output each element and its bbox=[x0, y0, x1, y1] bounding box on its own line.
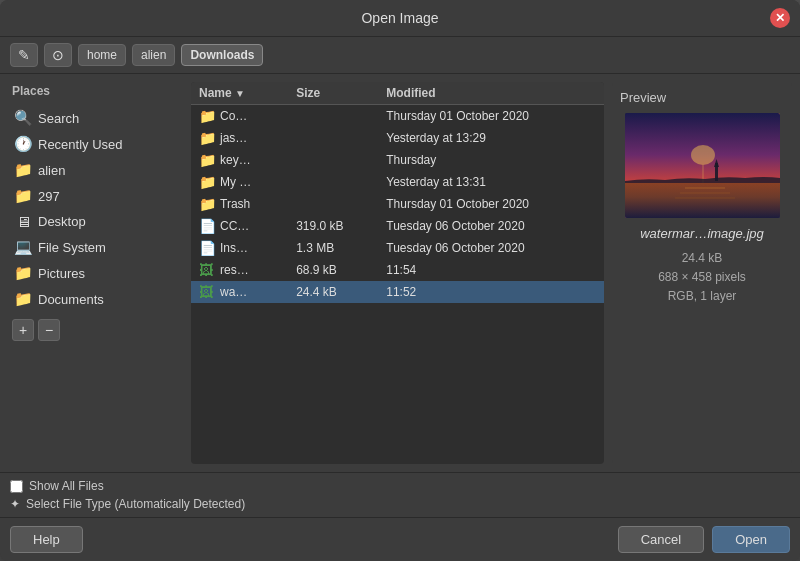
file-size bbox=[288, 149, 378, 171]
file-table[interactable]: Name ▼ Size Modified 📁 Co… Thursday 01 O… bbox=[191, 82, 604, 464]
show-all-files-checkbox[interactable] bbox=[10, 480, 23, 493]
file-size bbox=[288, 127, 378, 149]
sidebar-item-label: alien bbox=[38, 163, 65, 178]
sidebar-item-recently-used[interactable]: 🕐 Recently Used bbox=[8, 132, 183, 156]
search-icon: 🔍 bbox=[14, 109, 32, 127]
file-modified: 11:52 bbox=[378, 281, 604, 303]
bottom-bar: Show All Files ✦ Select File Type (Autom… bbox=[0, 472, 800, 517]
file-row-cc[interactable]: 📄 CC… 319.0 kB Tuesday 06 October 2020 bbox=[191, 215, 604, 237]
file-row-jas[interactable]: 📁 jas… Yesterday at 13:29 bbox=[191, 127, 604, 149]
folder-icon: 📁 bbox=[199, 174, 215, 190]
cancel-button[interactable]: Cancel bbox=[618, 526, 704, 553]
file-name: Trash bbox=[220, 197, 250, 211]
file-name: jas… bbox=[220, 131, 247, 145]
file-modified: Yesterday at 13:29 bbox=[378, 127, 604, 149]
file-modified: Thursday bbox=[378, 149, 604, 171]
img-icon: 🖼 bbox=[199, 262, 215, 278]
close-button[interactable]: ✕ bbox=[770, 8, 790, 28]
file-name: Co… bbox=[220, 109, 247, 123]
file-row-res[interactable]: 🖼 res… 68.9 kB 11:54 bbox=[191, 259, 604, 281]
show-all-files-label: Show All Files bbox=[29, 479, 104, 493]
select-file-type-row[interactable]: ✦ Select File Type (Automatically Detect… bbox=[10, 497, 790, 511]
column-size[interactable]: Size bbox=[288, 82, 378, 105]
sidebar-item-documents[interactable]: 📁 Documents bbox=[8, 287, 183, 311]
folder-icon: 📁 bbox=[199, 108, 215, 124]
dialog-title: Open Image bbox=[361, 10, 438, 26]
file-size bbox=[288, 105, 378, 128]
column-modified[interactable]: Modified bbox=[378, 82, 604, 105]
file-row-co[interactable]: 📁 Co… Thursday 01 October 2020 bbox=[191, 105, 604, 128]
folder-icon: 📁 bbox=[199, 196, 215, 212]
sidebar-item-search[interactable]: 🔍 Search bbox=[8, 106, 183, 130]
file-name-cell: 🖼 wa… bbox=[191, 281, 288, 303]
show-all-files-row[interactable]: Show All Files bbox=[10, 479, 790, 493]
sidebar-item-alien[interactable]: 📁 alien bbox=[8, 158, 183, 182]
desktop-icon: 🖥 bbox=[14, 213, 32, 230]
file-name-cell: 🖼 res… bbox=[191, 259, 288, 281]
sidebar-item-label: Pictures bbox=[38, 266, 85, 281]
sidebar-item-desktop[interactable]: 🖥 Desktop bbox=[8, 210, 183, 233]
file-row-trash[interactable]: 📁 Trash Thursday 01 October 2020 bbox=[191, 193, 604, 215]
sidebar-item-label: Desktop bbox=[38, 214, 86, 229]
file-name-cell: 📄 Ins… bbox=[191, 237, 288, 259]
sidebar-item-file-system[interactable]: 💻 File System bbox=[8, 235, 183, 259]
add-bookmark-button[interactable]: + bbox=[12, 319, 34, 341]
file-row-key[interactable]: 📁 key… Thursday bbox=[191, 149, 604, 171]
select-file-type-label: Select File Type (Automatically Detected… bbox=[26, 497, 245, 511]
sidebar-item-297[interactable]: 📁 297 bbox=[8, 184, 183, 208]
file-modified: Yesterday at 13:31 bbox=[378, 171, 604, 193]
toolbar: ✎ ⊙ home alien Downloads bbox=[0, 37, 800, 74]
title-bar: Open Image ✕ bbox=[0, 0, 800, 37]
pdf-icon: 📄 bbox=[199, 218, 215, 234]
folder-icon: 📁 bbox=[199, 152, 215, 168]
folder-icon: 📁 bbox=[14, 290, 32, 308]
action-bar: Help Cancel Open bbox=[0, 517, 800, 561]
sidebar: Places 🔍 Search 🕐 Recently Used 📁 alien … bbox=[8, 82, 183, 464]
file-name-cell: 📁 My … bbox=[191, 171, 288, 193]
primary-actions: Cancel Open bbox=[618, 526, 790, 553]
sidebar-item-pictures[interactable]: 📁 Pictures bbox=[8, 261, 183, 285]
edit-location-button[interactable]: ✎ bbox=[10, 43, 38, 67]
sidebar-item-label: File System bbox=[38, 240, 106, 255]
sidebar-item-label: Search bbox=[38, 111, 79, 126]
file-row-ins[interactable]: 📄 Ins… 1.3 MB Tuesday 06 October 2020 bbox=[191, 237, 604, 259]
file-modified: Thursday 01 October 2020 bbox=[378, 105, 604, 128]
file-panel: Name ▼ Size Modified 📁 Co… Thursday 01 O… bbox=[191, 82, 604, 464]
file-row-wa[interactable]: 🖼 wa… 24.4 kB 11:52 bbox=[191, 281, 604, 303]
help-button[interactable]: Help bbox=[10, 526, 83, 553]
expand-icon: ✦ bbox=[10, 497, 20, 511]
file-name-cell: 📁 jas… bbox=[191, 127, 288, 149]
sidebar-add-remove: + − bbox=[8, 317, 183, 343]
pdf-icon: 📄 bbox=[199, 240, 215, 256]
file-name-cell: 📁 Co… bbox=[191, 105, 288, 128]
breadcrumb-home[interactable]: home bbox=[78, 44, 126, 66]
file-name: wa… bbox=[220, 285, 247, 299]
breadcrumb-downloads[interactable]: Downloads bbox=[181, 44, 263, 66]
column-name[interactable]: Name ▼ bbox=[191, 82, 288, 105]
file-size: 1.3 MB bbox=[288, 237, 378, 259]
file-size: 319.0 kB bbox=[288, 215, 378, 237]
file-name: key… bbox=[220, 153, 251, 167]
file-modified: Thursday 01 October 2020 bbox=[378, 193, 604, 215]
file-name: My … bbox=[220, 175, 251, 189]
file-modified: Tuesday 06 October 2020 bbox=[378, 237, 604, 259]
folder-icon: 📁 bbox=[14, 264, 32, 282]
sidebar-item-label: Recently Used bbox=[38, 137, 123, 152]
main-content: Places 🔍 Search 🕐 Recently Used 📁 alien … bbox=[0, 74, 800, 472]
folder-icon: 📁 bbox=[14, 187, 32, 205]
file-modified: 11:54 bbox=[378, 259, 604, 281]
remove-bookmark-button[interactable]: − bbox=[38, 319, 60, 341]
file-row-my[interactable]: 📁 My … Yesterday at 13:31 bbox=[191, 171, 604, 193]
open-button[interactable]: Open bbox=[712, 526, 790, 553]
sidebar-item-label: 297 bbox=[38, 189, 60, 204]
location-icon-button[interactable]: ⊙ bbox=[44, 43, 72, 67]
svg-point-2 bbox=[691, 145, 715, 165]
recently-used-icon: 🕐 bbox=[14, 135, 32, 153]
breadcrumb-alien[interactable]: alien bbox=[132, 44, 175, 66]
preview-svg bbox=[625, 113, 780, 218]
preview-image bbox=[625, 113, 780, 218]
sidebar-item-label: Documents bbox=[38, 292, 104, 307]
sidebar-header: Places bbox=[8, 82, 183, 100]
preview-meta: 24.4 kB 688 × 458 pixels RGB, 1 layer bbox=[658, 249, 746, 307]
file-size: 24.4 kB bbox=[288, 281, 378, 303]
